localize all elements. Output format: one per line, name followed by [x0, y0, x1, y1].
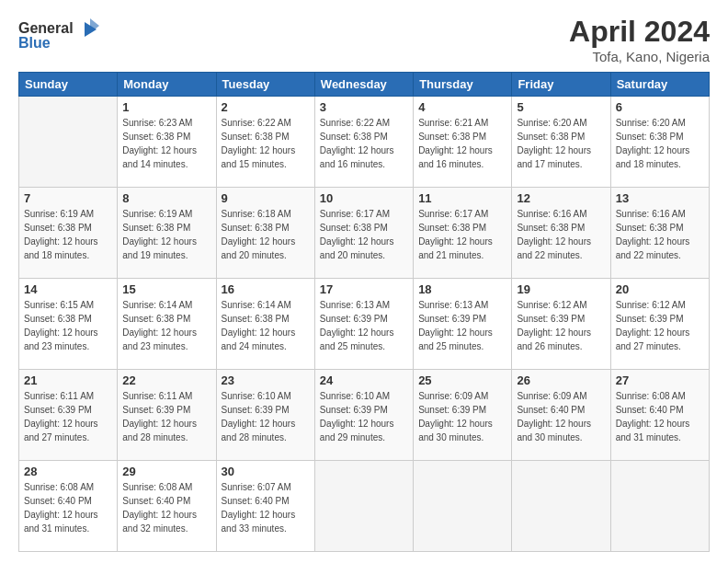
calendar-week-row: 7Sunrise: 6:19 AMSunset: 6:38 PMDaylight… — [19, 188, 710, 279]
calendar-cell: 24Sunrise: 6:10 AMSunset: 6:39 PMDayligh… — [314, 370, 413, 461]
day-number: 2 — [222, 100, 310, 114]
calendar-cell: 19Sunrise: 6:12 AMSunset: 6:39 PMDayligh… — [512, 279, 610, 370]
day-detail: Sunrise: 6:14 AMSunset: 6:38 PMDaylight:… — [222, 300, 296, 351]
logo-block: General Blue — [18, 15, 101, 55]
calendar-header-thursday: Thursday — [414, 73, 512, 97]
calendar-cell — [19, 97, 118, 188]
day-number: 4 — [418, 100, 506, 114]
calendar-cell: 7Sunrise: 6:19 AMSunset: 6:38 PMDaylight… — [19, 188, 118, 279]
calendar-cell — [414, 461, 512, 552]
day-detail: Sunrise: 6:17 AMSunset: 6:38 PMDaylight:… — [320, 209, 394, 260]
calendar-week-row: 21Sunrise: 6:11 AMSunset: 6:39 PMDayligh… — [19, 370, 710, 461]
day-number: 6 — [616, 100, 704, 114]
calendar-cell: 27Sunrise: 6:08 AMSunset: 6:40 PMDayligh… — [610, 370, 709, 461]
day-detail: Sunrise: 6:16 AMSunset: 6:38 PMDaylight:… — [517, 209, 591, 260]
day-number: 30 — [222, 465, 310, 478]
day-number: 12 — [517, 191, 605, 205]
day-number: 17 — [320, 282, 408, 296]
day-number: 19 — [517, 282, 605, 296]
calendar-cell: 2Sunrise: 6:22 AMSunset: 6:38 PMDaylight… — [216, 97, 314, 188]
day-number: 15 — [122, 282, 210, 296]
day-number: 14 — [24, 282, 112, 296]
calendar-cell: 3Sunrise: 6:22 AMSunset: 6:38 PMDaylight… — [314, 97, 413, 188]
day-detail: Sunrise: 6:08 AMSunset: 6:40 PMDaylight:… — [122, 482, 197, 534]
calendar-header-tuesday: Tuesday — [216, 73, 314, 97]
calendar-cell: 17Sunrise: 6:13 AMSunset: 6:39 PMDayligh… — [314, 279, 413, 370]
calendar-cell: 12Sunrise: 6:16 AMSunset: 6:38 PMDayligh… — [512, 188, 610, 279]
calendar-week-row: 1Sunrise: 6:23 AMSunset: 6:38 PMDaylight… — [19, 97, 710, 188]
day-detail: Sunrise: 6:20 AMSunset: 6:38 PMDaylight:… — [616, 118, 690, 169]
day-detail: Sunrise: 6:18 AMSunset: 6:38 PMDaylight:… — [222, 209, 296, 260]
day-detail: Sunrise: 6:08 AMSunset: 6:40 PMDaylight:… — [24, 482, 98, 534]
day-number: 5 — [517, 100, 605, 114]
calendar-cell: 9Sunrise: 6:18 AMSunset: 6:38 PMDaylight… — [216, 188, 314, 279]
day-number: 23 — [222, 373, 310, 387]
calendar-header-wednesday: Wednesday — [314, 73, 413, 97]
day-number: 22 — [122, 373, 210, 387]
day-detail: Sunrise: 6:20 AMSunset: 6:38 PMDaylight:… — [517, 118, 591, 169]
day-detail: Sunrise: 6:11 AMSunset: 6:39 PMDaylight:… — [122, 391, 197, 442]
calendar-week-row: 14Sunrise: 6:15 AMSunset: 6:38 PMDayligh… — [19, 279, 710, 370]
day-number: 11 — [418, 191, 506, 205]
calendar-cell: 5Sunrise: 6:20 AMSunset: 6:38 PMDaylight… — [512, 97, 610, 188]
day-detail: Sunrise: 6:19 AMSunset: 6:38 PMDaylight:… — [122, 209, 197, 260]
calendar-cell: 26Sunrise: 6:09 AMSunset: 6:40 PMDayligh… — [512, 370, 610, 461]
calendar-header-monday: Monday — [118, 73, 216, 97]
day-detail: Sunrise: 6:22 AMSunset: 6:38 PMDaylight:… — [320, 118, 394, 169]
page: General Blue April 2024 Tofa, Kano, Nige… — [0, 0, 728, 563]
calendar-cell: 8Sunrise: 6:19 AMSunset: 6:38 PMDaylight… — [118, 188, 216, 279]
day-number: 25 — [418, 373, 506, 387]
calendar-cell: 15Sunrise: 6:14 AMSunset: 6:38 PMDayligh… — [118, 279, 216, 370]
svg-text:Blue: Blue — [18, 35, 51, 51]
calendar-header-saturday: Saturday — [610, 73, 709, 97]
page-title: April 2024 — [569, 15, 710, 49]
calendar-table: SundayMondayTuesdayWednesdayThursdayFrid… — [18, 72, 710, 552]
day-detail: Sunrise: 6:17 AMSunset: 6:38 PMDaylight:… — [418, 209, 493, 260]
calendar-cell: 13Sunrise: 6:16 AMSunset: 6:38 PMDayligh… — [610, 188, 709, 279]
title-block: April 2024 Tofa, Kano, Nigeria — [569, 15, 710, 64]
day-detail: Sunrise: 6:13 AMSunset: 6:39 PMDaylight:… — [418, 300, 493, 351]
logo: General Blue — [18, 15, 101, 55]
day-detail: Sunrise: 6:14 AMSunset: 6:38 PMDaylight:… — [122, 300, 197, 351]
day-number: 26 — [517, 373, 605, 387]
day-number: 8 — [122, 191, 210, 205]
day-detail: Sunrise: 6:09 AMSunset: 6:39 PMDaylight:… — [418, 391, 493, 442]
day-number: 18 — [418, 282, 506, 296]
day-number: 10 — [320, 191, 408, 205]
calendar-cell: 20Sunrise: 6:12 AMSunset: 6:39 PMDayligh… — [610, 279, 709, 370]
day-number: 1 — [122, 100, 210, 114]
calendar-cell — [610, 461, 709, 552]
day-detail: Sunrise: 6:10 AMSunset: 6:39 PMDaylight:… — [222, 391, 296, 442]
day-number: 7 — [24, 191, 112, 205]
calendar-cell: 30Sunrise: 6:07 AMSunset: 6:40 PMDayligh… — [216, 461, 314, 552]
calendar-cell: 22Sunrise: 6:11 AMSunset: 6:39 PMDayligh… — [118, 370, 216, 461]
calendar-header-sunday: Sunday — [19, 73, 118, 97]
calendar-header-row: SundayMondayTuesdayWednesdayThursdayFrid… — [19, 73, 710, 97]
day-number: 27 — [616, 373, 704, 387]
day-detail: Sunrise: 6:07 AMSunset: 6:40 PMDaylight:… — [222, 482, 296, 534]
day-detail: Sunrise: 6:21 AMSunset: 6:38 PMDaylight:… — [418, 118, 493, 169]
day-number: 28 — [24, 465, 112, 478]
calendar-cell: 16Sunrise: 6:14 AMSunset: 6:38 PMDayligh… — [216, 279, 314, 370]
calendar-cell — [314, 461, 413, 552]
calendar-cell: 10Sunrise: 6:17 AMSunset: 6:38 PMDayligh… — [314, 188, 413, 279]
header: General Blue April 2024 Tofa, Kano, Nige… — [18, 15, 710, 64]
calendar-cell: 21Sunrise: 6:11 AMSunset: 6:39 PMDayligh… — [19, 370, 118, 461]
day-detail: Sunrise: 6:19 AMSunset: 6:38 PMDaylight:… — [24, 209, 98, 260]
day-number: 13 — [616, 191, 704, 205]
day-number: 16 — [222, 282, 310, 296]
calendar-cell: 18Sunrise: 6:13 AMSunset: 6:39 PMDayligh… — [414, 279, 512, 370]
svg-text:General: General — [18, 20, 74, 36]
calendar-cell: 6Sunrise: 6:20 AMSunset: 6:38 PMDaylight… — [610, 97, 709, 188]
calendar-cell: 28Sunrise: 6:08 AMSunset: 6:40 PMDayligh… — [19, 461, 118, 552]
calendar-cell: 25Sunrise: 6:09 AMSunset: 6:39 PMDayligh… — [414, 370, 512, 461]
day-number: 20 — [616, 282, 704, 296]
day-detail: Sunrise: 6:08 AMSunset: 6:40 PMDaylight:… — [616, 391, 690, 442]
day-detail: Sunrise: 6:16 AMSunset: 6:38 PMDaylight:… — [616, 209, 690, 260]
day-detail: Sunrise: 6:11 AMSunset: 6:39 PMDaylight:… — [24, 391, 98, 442]
calendar-cell: 1Sunrise: 6:23 AMSunset: 6:38 PMDaylight… — [118, 97, 216, 188]
page-subtitle: Tofa, Kano, Nigeria — [569, 49, 710, 64]
day-detail: Sunrise: 6:23 AMSunset: 6:38 PMDaylight:… — [122, 118, 197, 169]
calendar-week-row: 28Sunrise: 6:08 AMSunset: 6:40 PMDayligh… — [19, 461, 710, 552]
day-number: 29 — [122, 465, 210, 478]
